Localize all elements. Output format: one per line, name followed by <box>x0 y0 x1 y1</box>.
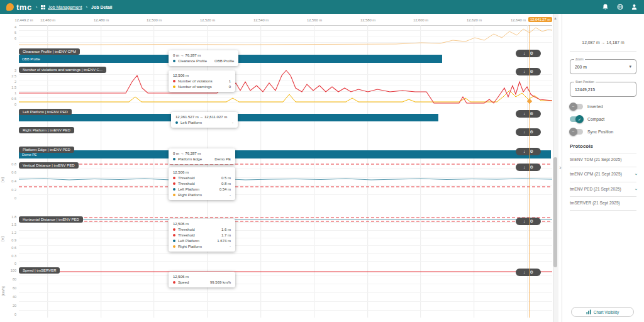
protocol-item-tmenv-cpm[interactable]: tmENV CPM (21 Sept 2025) › <box>570 167 636 182</box>
inverted-toggle[interactable]: – <box>570 104 583 109</box>
series-dot-icon <box>173 240 175 242</box>
y-tick: 0.9 <box>1 239 16 243</box>
series-dot-icon <box>173 281 175 284</box>
settings-gear-icon[interactable]: ⚙ <box>530 112 533 116</box>
settings-gear-icon[interactable]: ⚙ <box>530 270 533 275</box>
series-dot-icon <box>173 194 175 196</box>
overview-line-chart[interactable] <box>19 24 552 48</box>
download-icon[interactable]: ↓ <box>523 270 525 275</box>
y-tick: 0 <box>1 197 16 201</box>
sidebar-collapse-chevron[interactable]: › <box>559 164 562 171</box>
compact-toggle-label: Compact <box>587 117 604 121</box>
y-tick: 0.6 <box>1 247 16 250</box>
y-tick: 4 <box>1 26 16 30</box>
compact-toggle[interactable]: ✓ <box>570 116 583 122</box>
y-tick: 0 <box>1 262 16 266</box>
download-icon[interactable]: ↓ <box>523 165 525 170</box>
zoom-select[interactable]: Zoom 200 m ▾ <box>570 59 636 74</box>
chevron-down-icon[interactable]: › <box>632 189 639 191</box>
y-tick: 0.5 <box>1 97 16 101</box>
start-position-input[interactable]: Start Position 12449,215 <box>570 82 636 97</box>
toggle-knob: – <box>569 103 577 111</box>
axis-tick: 12,560 m <box>307 18 322 22</box>
job-detail-page: tmc › Job Management › Job Detail 12,449… <box>0 0 644 322</box>
y-tick: 5 <box>1 31 16 35</box>
speed-line-chart[interactable] <box>19 267 552 318</box>
series-dot-icon <box>173 177 175 179</box>
scrollbar-thumb[interactable] <box>553 157 557 267</box>
series-dot-icon <box>173 245 175 248</box>
settings-gear-icon[interactable]: ⚙ <box>530 219 533 224</box>
axis-tick: 12,640 m <box>511 18 526 22</box>
visible-range-label: 12,087 m → 14,187 m <box>570 40 636 45</box>
axis-tick: 12,540 m <box>253 18 269 22</box>
download-icon[interactable]: ↓ <box>523 130 525 135</box>
protocol-item-tmenv-ped[interactable]: tmENV PED (21 Sept 2025) › <box>570 182 636 197</box>
horizontal-distance-line-chart[interactable] <box>19 215 552 264</box>
settings-gear-icon[interactable]: ⚙ <box>530 165 533 170</box>
inverted-toggle-row: – Inverted <box>570 104 636 109</box>
vertical-distance-line-chart[interactable] <box>19 161 552 201</box>
series-dot-icon <box>173 80 175 82</box>
download-icon[interactable]: ↓ <box>523 219 525 224</box>
y-tick: 6 <box>1 37 16 41</box>
platform-edge-chart-actions: ↓⚙ <box>516 148 541 155</box>
start-position-label: Start Position <box>574 80 596 84</box>
user-account-icon[interactable] <box>631 4 638 11</box>
y-tick: 1.5 <box>1 223 16 227</box>
speed-title: Speed | tmSERVER <box>19 267 60 274</box>
left-platform-tooltip: 12,361.527 m → 12,611.027 m Left Platfor… <box>171 112 238 128</box>
language-globe-icon[interactable] <box>616 4 623 11</box>
download-icon[interactable]: ↓ <box>523 52 525 56</box>
tooltip-header: 0 m → 76,287 m <box>173 53 234 57</box>
topbar-actions <box>602 4 638 11</box>
clearance-tooltip: 0 m → 76,287 m Clearance ProfileOBB Prof… <box>169 50 238 66</box>
breadcrumb-job-management[interactable]: Job Management <box>48 5 82 9</box>
left-platform-title: Left Platform | tmENV PED <box>19 109 72 115</box>
series-dot-icon <box>175 121 178 124</box>
download-icon[interactable]: ↓ <box>523 150 525 154</box>
settings-gear-icon[interactable]: ⚙ <box>530 70 533 74</box>
download-icon[interactable]: ↓ <box>523 112 525 116</box>
top-nav-bar: tmc › Job Management › Job Detail <box>0 0 644 14</box>
zoom-select-value: 200 m <box>575 65 587 69</box>
violations-line-chart[interactable] <box>19 69 552 106</box>
y-tick: 100 <box>1 269 16 273</box>
platform-edge-title: Platform Edge | tmENV PED <box>19 147 74 153</box>
divider <box>570 51 636 52</box>
y-tick: 2 <box>1 80 16 84</box>
y-tick: 0 <box>1 103 16 107</box>
scrollbar-up-arrow[interactable]: ▲ <box>553 16 557 20</box>
chevron-down-icon[interactable]: › <box>632 174 639 175</box>
breadcrumb-separator-icon: › <box>36 4 38 10</box>
breadcrumb-separator-icon: › <box>86 4 87 10</box>
chevron-down-icon[interactable]: ▾ <box>629 64 631 69</box>
axis-tick: 12,480 m <box>94 18 109 22</box>
chart-visibility-button[interactable]: Chart Visibility <box>571 307 634 317</box>
y-tick: 0.3 <box>1 255 16 258</box>
settings-gear-icon[interactable]: ⚙ <box>530 130 533 135</box>
notifications-bell-icon[interactable] <box>602 4 609 11</box>
series-dot-icon <box>173 158 175 160</box>
sync-position-toggle[interactable]: – <box>570 129 583 135</box>
clearance-chart-actions: ↓⚙ <box>516 50 541 57</box>
platform-edge-bar[interactable]: Demo PE <box>19 150 551 158</box>
inverted-toggle-label: Inverted <box>587 104 603 109</box>
settings-sidebar: 12,087 m → 14,187 m Zoom 200 m ▾ Start P… <box>562 14 644 322</box>
settings-gear-icon[interactable]: ⚙ <box>530 52 533 56</box>
protocol-item-tmenv-tdm[interactable]: tmENV TDM (21 Sept 2025) <box>570 153 636 167</box>
protocols-heading: Protocols <box>570 143 636 149</box>
vertical-distance-title: Vertical Distance | tmENV PED <box>19 162 79 169</box>
series-dot-icon <box>173 228 175 231</box>
protocol-item-tmserver[interactable]: tmSERVER (21 Sept 2025) <box>570 197 636 211</box>
vertical-distance-tooltip: 12,506 m Threshold0.5 m Threshold0.8 m L… <box>169 167 235 200</box>
axis-tick: 12,449.2 m <box>14 18 33 22</box>
protocols-list: tmENV TDM (21 Sept 2025) tmENV CPM (21 S… <box>570 153 636 211</box>
series-dot-icon <box>173 60 175 62</box>
y-tick: 20 <box>1 304 16 308</box>
horizontal-distance-chart-actions: ↓⚙ <box>516 218 541 225</box>
tmc-logo-text: tmc <box>16 3 32 12</box>
settings-gear-icon[interactable]: ⚙ <box>530 150 533 154</box>
horizontal-distance-tooltip: 12,506 m Threshold1.6 m Threshold1.7 m L… <box>169 219 235 252</box>
download-icon[interactable]: ↓ <box>523 70 525 74</box>
